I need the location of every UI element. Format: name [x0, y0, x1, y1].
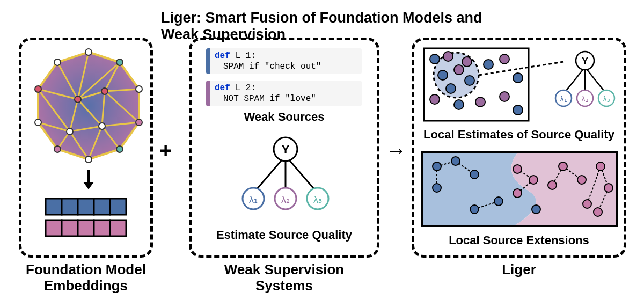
svg-point-100: [529, 176, 538, 184]
decagon-graph: [30, 46, 148, 164]
svg-point-106: [577, 176, 586, 184]
svg-point-63: [454, 65, 464, 75]
svg-point-71: [513, 73, 523, 83]
svg-point-30: [75, 96, 81, 103]
panel-foundation-model: [19, 38, 153, 258]
svg-line-46: [253, 156, 286, 193]
svg-point-107: [548, 181, 557, 189]
svg-rect-43: [78, 220, 94, 236]
svg-point-59: [430, 54, 440, 64]
svg-point-113: [583, 200, 591, 208]
panel-weak-supervision: def L_1: SPAM if "check out" def L_2: NO…: [189, 38, 379, 258]
svg-point-93: [470, 170, 479, 179]
svg-rect-40: [110, 199, 126, 215]
svg-point-65: [446, 84, 456, 93]
svg-point-101: [513, 189, 522, 198]
local-extensions-diagram: [421, 150, 619, 228]
svg-point-66: [430, 94, 440, 104]
svg-text:Y: Y: [282, 143, 290, 156]
fn-name: L_1:: [235, 51, 255, 61]
svg-text:λ₁: λ₁: [560, 94, 567, 103]
svg-point-99: [513, 165, 522, 173]
code-l1: def L_1: SPAM if "check out": [206, 48, 362, 74]
svg-point-67: [454, 100, 464, 109]
svg-text:λ₃: λ₃: [603, 94, 610, 103]
est-quality-label: Estimate Source Quality: [192, 228, 377, 242]
svg-rect-45: [110, 220, 126, 236]
svg-point-29: [54, 59, 61, 65]
svg-point-112: [604, 184, 613, 192]
svg-point-31: [101, 88, 108, 94]
svg-text:λ₁: λ₁: [249, 194, 258, 205]
svg-point-26: [54, 146, 61, 152]
panel-mid-label: Weak Supervision Systems: [189, 262, 379, 294]
local-est-label: Local Estimates of Source Quality: [414, 128, 624, 142]
svg-text:λ₂: λ₂: [582, 94, 589, 103]
svg-marker-0: [38, 52, 139, 159]
down-arrow-icon: [80, 169, 97, 191]
svg-line-75: [564, 67, 585, 94]
svg-rect-37: [62, 199, 78, 215]
svg-point-70: [500, 54, 509, 64]
svg-line-77: [585, 67, 606, 94]
local-ext-label: Local Source Extensions: [414, 233, 624, 247]
svg-point-28: [35, 86, 41, 92]
svg-rect-36: [46, 199, 62, 215]
code-l2: def L_2: NOT SPAM if "love": [206, 81, 362, 106]
svg-point-91: [451, 157, 460, 165]
arrow-symbol: →: [385, 138, 407, 163]
svg-point-24: [116, 146, 123, 152]
svg-line-48: [286, 156, 318, 193]
svg-point-69: [484, 60, 493, 69]
fn-name: L_2:: [235, 83, 255, 93]
svg-text:Y: Y: [582, 56, 588, 67]
svg-rect-42: [62, 220, 78, 236]
kw-def: def: [215, 83, 230, 93]
svg-point-114: [594, 208, 602, 216]
svg-point-22: [136, 86, 142, 92]
embedding-vectors: [40, 196, 137, 244]
weak-sources-label: Weak Sources: [192, 110, 377, 124]
svg-rect-38: [78, 199, 94, 215]
svg-point-68: [475, 97, 485, 107]
svg-text:λ₃: λ₃: [313, 194, 322, 205]
svg-point-62: [438, 70, 448, 80]
fn-body: SPAM if "check out": [215, 61, 357, 72]
svg-point-102: [532, 205, 540, 214]
svg-text:λ₂: λ₂: [281, 194, 290, 205]
svg-point-23: [136, 119, 142, 126]
panel-liger: Y λ₁ λ₂ λ₃ Local Estimates of Source Qua…: [412, 38, 626, 258]
svg-point-96: [494, 197, 503, 206]
svg-point-64: [465, 76, 474, 85]
panel-left-label: Foundation Model Embeddings: [12, 262, 160, 294]
panel-right-label: Liger: [412, 262, 626, 278]
svg-marker-35: [83, 182, 94, 189]
svg-point-105: [559, 162, 567, 171]
local-estimates-diagram: Y λ₁ λ₂ λ₃: [419, 46, 623, 126]
svg-rect-44: [94, 220, 110, 236]
kw-def: def: [215, 51, 230, 61]
source-quality-graph: Y λ₁ λ₂ λ₃: [232, 134, 339, 215]
svg-point-61: [462, 57, 472, 67]
svg-point-92: [433, 184, 441, 192]
svg-point-20: [85, 49, 92, 55]
svg-point-33: [67, 128, 73, 135]
svg-point-90: [433, 162, 441, 171]
svg-point-21: [116, 59, 123, 65]
svg-point-111: [596, 162, 605, 171]
svg-point-27: [35, 119, 41, 126]
svg-point-72: [500, 92, 509, 101]
svg-point-60: [443, 52, 453, 61]
plus-symbol: +: [159, 138, 172, 163]
svg-rect-41: [46, 220, 62, 236]
fn-body: NOT SPAM if "love": [215, 93, 357, 104]
svg-point-32: [99, 123, 105, 129]
svg-point-73: [513, 105, 523, 115]
svg-point-25: [85, 156, 92, 163]
svg-rect-39: [94, 199, 110, 215]
svg-point-95: [470, 205, 479, 214]
